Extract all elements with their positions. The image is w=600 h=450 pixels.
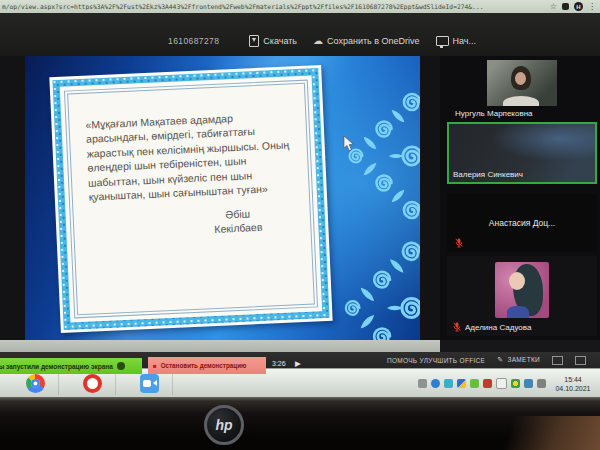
zoom-participants-sidebar: Нургуль Марпековна Валерия Синкевич Анас… xyxy=(440,56,600,340)
notes-button[interactable]: ✎ ЗАМЕТКИ xyxy=(497,356,540,364)
stop-share-label: Остановить демонстрацию xyxy=(161,362,247,369)
download-button[interactable]: Скачать xyxy=(249,35,297,47)
participant-tile-anastasia[interactable]: Анастасия Доц... xyxy=(447,194,597,252)
tray-icon[interactable] xyxy=(431,379,440,388)
clock-date: 04.10.2021 xyxy=(548,384,598,393)
participant-name: Анастасия Доц... xyxy=(489,218,555,228)
start-presentation-button[interactable]: Нач... xyxy=(436,36,477,46)
improve-office-link[interactable]: ПОМОЧЬ УЛУЧШИТЬ OFFICE xyxy=(387,357,485,364)
photo-background: m/op/view.aspx?src=https%3A%2F%2Fust%2Ek… xyxy=(0,0,600,450)
author-line-2: Кекілбаев xyxy=(214,220,263,236)
desk-surface xyxy=(450,416,600,450)
browser-profile-avatar[interactable]: H xyxy=(574,2,583,11)
taskbar-zoom-button[interactable] xyxy=(134,372,173,395)
presentation-slide: «Мұқағали Мақатаев адамдар арасындағы, ө… xyxy=(25,56,420,340)
slide-quote-text: «Мұқағали Мақатаев адамдар арасындағы, ө… xyxy=(85,108,295,204)
zoom-app-icon xyxy=(140,374,159,393)
laptop-hinge xyxy=(0,397,600,401)
document-title: 1610687278 xyxy=(168,36,219,46)
system-tray xyxy=(418,378,546,389)
screen-share-status-bar: Вы запустили демонстрацию экрана xyxy=(0,358,142,374)
participant-name: Аделина Садуова xyxy=(465,323,531,332)
viewer-canvas-strip xyxy=(0,340,600,352)
slide-quote-frame: «Мұқағали Мақатаев адамдар арасындағы, ө… xyxy=(49,65,332,333)
viewer-toolbar: 1610687278 Скачать ☁ Сохранить в OneDriv… xyxy=(168,35,476,47)
participant-tile-nurgul[interactable]: Нургуль Марпековна xyxy=(447,58,597,120)
opera-icon xyxy=(83,374,102,393)
download-label: Скачать xyxy=(263,36,297,46)
taskbar-clock[interactable]: 15:44 04.10.2021 xyxy=(548,375,598,394)
mic-muted-icon xyxy=(455,238,463,248)
pencil-icon: ✎ xyxy=(497,356,503,363)
tray-icon[interactable] xyxy=(444,379,453,388)
expand-controls-icon[interactable]: ▶ xyxy=(295,359,301,368)
extension-icon[interactable] xyxy=(562,3,569,10)
mic-muted-icon xyxy=(453,322,461,332)
stop-share-button[interactable]: ■ Остановить демонстрацию xyxy=(148,357,266,374)
tray-icon[interactable] xyxy=(418,379,427,388)
participant-tile-adelina[interactable]: Аделина Садуова xyxy=(447,256,597,336)
tray-icon[interactable] xyxy=(470,379,479,388)
mouse-cursor-icon xyxy=(343,136,355,152)
bookmark-star-icon[interactable]: ☆ xyxy=(550,3,557,11)
notes-label: ЗАМЕТКИ xyxy=(507,356,540,363)
share-audio-icon[interactable] xyxy=(117,362,125,370)
start-presentation-label: Нач... xyxy=(453,36,477,46)
tray-icon[interactable] xyxy=(483,379,492,388)
share-timer: 3:26 xyxy=(272,360,286,367)
share-status-text: Вы запустили демонстрацию экрана xyxy=(0,363,113,370)
tray-icon[interactable] xyxy=(511,379,520,388)
laptop-screen: m/op/view.aspx?src=https%3A%2F%2Fust%2Ek… xyxy=(0,0,600,397)
tray-icon[interactable] xyxy=(457,379,466,388)
chrome-icon xyxy=(26,374,45,393)
network-icon[interactable] xyxy=(537,379,546,388)
save-onedrive-label: Сохранить в OneDrive xyxy=(327,36,420,46)
participant-name: Валерия Синкевич xyxy=(453,170,523,179)
clock-time: 15:44 xyxy=(548,375,598,384)
viewer-chrome: 1610687278 Скачать ☁ Сохранить в OneDriv… xyxy=(0,13,600,56)
browser-menu-icon[interactable]: ⋮ xyxy=(588,3,596,11)
participant-avatar xyxy=(495,262,549,318)
taskbar-opera-button[interactable] xyxy=(77,372,116,395)
address-url[interactable]: m/op/view.aspx?src=https%3A%2F%2Fust%2Ek… xyxy=(2,3,545,10)
save-onedrive-button[interactable]: ☁ Сохранить в OneDrive xyxy=(313,36,420,46)
participant-tile-valeria-active[interactable]: Валерия Синкевич xyxy=(447,122,597,184)
slide-author: Әбіш Кекілбаев xyxy=(213,207,262,236)
presentation-display-icon xyxy=(436,36,449,46)
participant-name: Нургуль Марпековна xyxy=(447,109,597,118)
frame-ornate-border: «Мұқағали Мақатаев адамдар арасындағы, ө… xyxy=(52,68,329,330)
taskbar-chrome-button[interactable] xyxy=(20,372,59,395)
onedrive-cloud-icon: ☁ xyxy=(313,36,323,46)
download-icon xyxy=(249,35,259,47)
laptop-bezel: hp xyxy=(0,397,600,450)
volume-icon[interactable] xyxy=(496,378,507,389)
slide-view-icon[interactable] xyxy=(552,356,563,365)
hp-brand-text: hp xyxy=(215,417,232,433)
participant-video xyxy=(487,60,557,106)
browser-url-bar[interactable]: m/op/view.aspx?src=https%3A%2F%2Fust%2Ek… xyxy=(0,0,600,13)
hp-logo: hp xyxy=(204,405,244,445)
slideshow-view-icon[interactable] xyxy=(575,356,586,365)
stop-icon: ■ xyxy=(153,363,157,369)
tray-icon[interactable] xyxy=(524,379,533,388)
main-content: «Мұқағали Мақатаев адамдар арасындағы, ө… xyxy=(0,56,600,340)
